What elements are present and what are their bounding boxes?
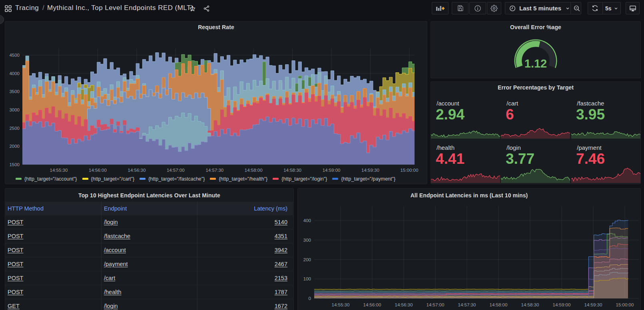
svg-text:1.12: 1.12 (524, 57, 547, 70)
svg-text:14:58:00: 14:58:00 (490, 302, 508, 307)
svg-text:14:57:00: 14:57:00 (167, 168, 185, 173)
svg-text:14:59:30: 14:59:30 (584, 302, 602, 307)
svg-text:14:58:00: 14:58:00 (245, 168, 263, 173)
svg-text:3500: 3500 (9, 89, 20, 94)
svg-text:0: 0 (309, 296, 311, 301)
svg-text:2500: 2500 (9, 126, 20, 131)
svg-text:15:00:00: 15:00:00 (616, 302, 634, 307)
svg-text:14:58:30: 14:58:30 (521, 302, 539, 307)
svg-text:14:56:00: 14:56:00 (363, 302, 381, 307)
svg-text:14:56:00: 14:56:00 (89, 168, 107, 173)
svg-text:14:55:30: 14:55:30 (332, 302, 350, 307)
svg-text:14:59:30: 14:59:30 (361, 168, 379, 173)
svg-text:100: 100 (303, 276, 311, 281)
svg-text:300: 300 (303, 238, 311, 242)
svg-text:400: 400 (303, 218, 311, 223)
svg-text:4000: 4000 (9, 71, 20, 76)
svg-text:14:56:30: 14:56:30 (395, 302, 413, 307)
svg-text:1500: 1500 (9, 162, 20, 167)
svg-text:14:56:30: 14:56:30 (128, 168, 146, 173)
svg-text:14:55:30: 14:55:30 (50, 168, 68, 173)
svg-text:14:57:30: 14:57:30 (458, 302, 476, 307)
svg-text:3000: 3000 (9, 107, 20, 112)
svg-text:14:59:00: 14:59:00 (323, 168, 341, 173)
svg-text:2000: 2000 (9, 144, 20, 149)
svg-text:14:57:00: 14:57:00 (427, 302, 445, 307)
svg-text:14:58:30: 14:58:30 (283, 168, 301, 173)
svg-text:4500: 4500 (9, 53, 20, 58)
svg-text:15:00:00: 15:00:00 (401, 168, 419, 173)
svg-text:14:57:30: 14:57:30 (205, 168, 223, 173)
svg-text:14:59:00: 14:59:00 (553, 302, 571, 307)
svg-text:200: 200 (303, 257, 311, 262)
